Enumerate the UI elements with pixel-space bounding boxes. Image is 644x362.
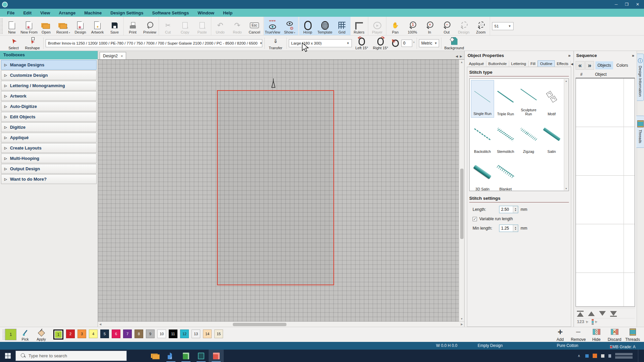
grid-button[interactable]: Grid [333,17,351,35]
toolbox-item-output-design[interactable]: ▷Output Design [1,164,97,174]
palette-color-11[interactable]: 11 [169,329,177,338]
machine-select[interactable]: Brother Innov-is 1250 / 1200/ 1000 / PE-… [46,39,262,47]
tab-scroll-left-icon[interactable]: ◀ [455,55,458,58]
rotate-left-15-button[interactable]: Left 15° [353,37,371,50]
stitch-type-sculpture-run[interactable]: Sculpture Run [517,80,540,118]
taskbar-app-teal[interactable] [194,350,209,362]
scroll-down-icon[interactable]: ▼ [461,316,463,321]
palette-color-4[interactable]: 4 [89,329,98,338]
stitch-list-scrollbar[interactable]: ▲ ▼ [564,79,568,190]
tray-icon[interactable] [593,354,597,358]
resequence-by-number-button[interactable]: 123 ➤ [577,319,588,324]
menu-file[interactable]: File [3,10,19,16]
menu-help[interactable]: Help [219,10,237,16]
taskbar-search[interactable]: Type here to search [15,351,127,361]
tab-design2[interactable]: Design2 × [100,52,126,59]
rulers-button[interactable]: Rulers [351,17,368,35]
design-button[interactable]: Design [72,17,89,35]
taskbar-app-blue[interactable] [163,350,178,362]
palette-color-13[interactable]: 13 [192,329,200,338]
sequence-back-button[interactable]: « [576,61,585,70]
pick-color-button[interactable]: Pick [18,328,33,341]
save-button[interactable]: Save [106,17,123,35]
stitch-type-satin[interactable]: Satin [540,118,563,155]
sequence-objects-toggle[interactable]: Objects [595,61,613,69]
palette-color-10[interactable]: 10 [157,329,166,338]
variable-run-length-checkbox[interactable]: ✓ [473,217,477,221]
stitch-type-single-run[interactable]: Single Run [471,80,494,118]
hoop-size-select[interactable]: Large (180 x 300) ▼ [289,39,352,47]
preview-button[interactable]: Preview [141,17,158,35]
remove-button[interactable]: Remove [570,327,586,342]
toolbox-item-lettering-monogramming[interactable]: ▷Lettering / Monogramming [1,81,97,90]
min-length-input[interactable] [499,226,513,231]
toolbox-item-create-layouts[interactable]: ▷Create Layouts [1,143,97,153]
tab-buttonhole[interactable]: Buttonhole [486,61,509,67]
tray-icon[interactable] [608,354,611,358]
tab-appliqu[interactable]: Appliqué [467,61,486,67]
background-button[interactable]: Background [443,37,465,50]
tab-scroll-right-icon[interactable]: ▶ [460,55,462,58]
palette-color-9[interactable]: 9 [146,329,155,338]
hoop-button[interactable]: Hoop [299,17,316,35]
toolbar-drag-handle[interactable] [0,18,3,34]
show-desktop-button[interactable] [638,350,639,362]
stitch-type-3d-satin[interactable]: 3D Satin [471,155,494,193]
reshape-tool-button[interactable]: Reshape [23,37,41,50]
artwork-button[interactable]: Artwork [89,17,106,35]
tray-icon[interactable] [585,354,589,358]
stitch-type-blanket[interactable]: Blanket [494,155,517,193]
zoom-button[interactable]: Zoom [472,17,489,35]
tab-outline[interactable]: Outline [538,60,554,67]
vertical-scrollbar[interactable]: ▲ ▼ [459,60,464,321]
length-input[interactable] [499,207,513,212]
threads-button[interactable]: Threads [625,327,641,342]
move-up-button[interactable] [588,311,595,316]
palette-color-7[interactable]: 7 [123,329,132,338]
maximize-button[interactable]: ❒ [625,2,629,7]
stitch-type-triple-run[interactable]: Triple Run [494,80,517,118]
close-icon[interactable]: × [121,54,123,58]
scroll-down-icon[interactable]: ▼ [565,187,568,190]
menu-software-settings[interactable]: Software Settings [148,10,193,16]
menu-edit[interactable]: Edit [19,10,36,16]
print-button[interactable]: Print [124,17,141,35]
tab-effects[interactable]: Effects [555,61,571,67]
clock-date-area[interactable] [615,353,633,359]
scroll-right-icon[interactable]: ▶ [460,323,464,326]
taskbar-app-green[interactable] [178,350,194,362]
trueview-button[interactable]: TrueView [264,17,281,35]
close-button[interactable]: ✕ [636,2,639,7]
horizontal-scroll-thumb[interactable] [233,323,286,326]
discard-button[interactable]: Discard [606,327,623,342]
stitch-type-stemstitch[interactable]: Stemstitch [494,118,517,155]
toolbox-item-auto-digitize[interactable]: ▷Auto-Digitize [1,102,97,111]
units-select[interactable]: Metric ▼ [419,39,439,47]
move-to-top-button[interactable] [577,311,584,316]
new-button[interactable]: New [3,17,20,35]
tray-expand-icon[interactable] [577,354,581,358]
toolbox-item-manage-designs[interactable]: ▷Manage Designs [1,60,97,70]
palette-color-5[interactable]: 5 [100,329,109,338]
select-tool-button[interactable]: Select [5,37,22,50]
collapse-panel-icon[interactable]: » [632,53,634,58]
menu-view[interactable]: View [36,10,54,16]
palette-color-15[interactable]: 15 [214,329,223,338]
move-to-bottom-button[interactable] [610,311,617,316]
scroll-up-icon[interactable]: ▲ [565,80,568,82]
palette-color-1[interactable]: 1 [53,329,63,340]
toolbox-item-digitize[interactable]: ▷Digitize [1,122,97,132]
stitch-type-motif[interactable]: Motif [540,80,563,118]
design-canvas[interactable] [98,60,459,321]
menu-window[interactable]: Window [193,10,219,16]
start-button[interactable] [0,350,15,362]
palette-color-12[interactable]: 12 [180,329,189,338]
toolbox-item-artwork[interactable]: ▷Artwork [1,91,97,101]
scroll-left-icon[interactable]: ◀ [98,323,103,326]
move-down-button[interactable] [599,311,606,316]
palette-color-2[interactable]: 2 [66,329,75,338]
palette-color-6[interactable]: 6 [112,329,120,338]
recent-button[interactable]: Recent [55,17,72,35]
tab-threads[interactable]: Threads [636,116,644,147]
in-button[interactable]: In [421,17,438,35]
